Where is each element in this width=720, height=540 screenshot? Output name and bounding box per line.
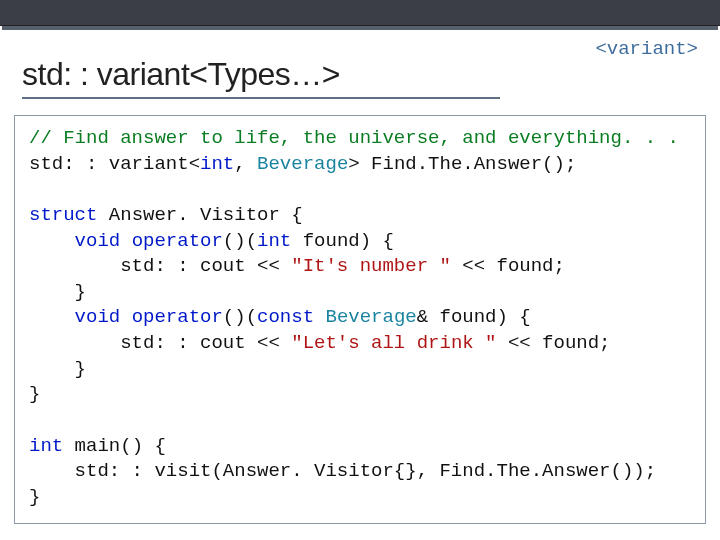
code-keyword: operator — [132, 306, 223, 328]
code-text — [314, 306, 325, 328]
code-text — [120, 306, 131, 328]
code-keyword: int — [257, 230, 291, 252]
code-text: << found; — [496, 332, 610, 354]
code-text: } — [29, 281, 86, 303]
code-keyword: void — [75, 230, 121, 252]
code-text — [120, 230, 131, 252]
header-tag: <variant> — [595, 38, 698, 60]
code-text: ()( — [223, 306, 257, 328]
code-keyword: const — [257, 306, 314, 328]
code-text: std: : cout << — [29, 255, 291, 277]
code-type: Beverage — [257, 153, 348, 175]
code-text: } — [29, 358, 86, 380]
code-text: std: : variant< — [29, 153, 200, 175]
code-keyword: void — [75, 306, 121, 328]
code-text: } — [29, 383, 40, 405]
code-keyword: struct — [29, 204, 97, 226]
code-text: std: : cout << — [29, 332, 291, 354]
slide-topbar — [0, 0, 720, 26]
code-text: main() { — [63, 435, 166, 457]
code-text: std: : visit(Answer. Visitor{}, Find.The… — [29, 460, 656, 482]
slide-title: std: : variant<Types…> — [22, 56, 340, 93]
code-keyword: int — [200, 153, 234, 175]
code-comment: // Find answer to life, the universe, an… — [29, 127, 679, 149]
code-text: found) { — [291, 230, 394, 252]
code-text: & found) { — [417, 306, 531, 328]
code-string: "Let's all drink " — [291, 332, 496, 354]
code-type: Beverage — [325, 306, 416, 328]
code-text: ()( — [223, 230, 257, 252]
header-row: <variant> std: : variant<Types…> — [0, 30, 720, 105]
code-text: > Find.The.Answer(); — [348, 153, 576, 175]
title-wrap: std: : variant<Types…> — [22, 56, 500, 99]
code-keyword: int — [29, 435, 63, 457]
code-text: Answer. Visitor { — [97, 204, 302, 226]
code-string: "It's number " — [291, 255, 451, 277]
code-block: // Find answer to life, the universe, an… — [14, 115, 706, 524]
code-keyword: operator — [132, 230, 223, 252]
code-text: } — [29, 486, 40, 508]
code-text: , — [234, 153, 257, 175]
code-text: << found; — [451, 255, 565, 277]
